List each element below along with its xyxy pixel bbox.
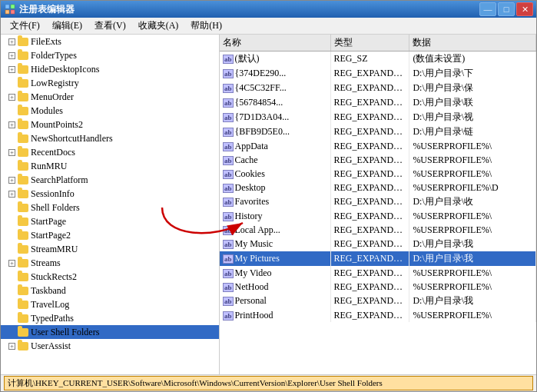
folder-icon-18 xyxy=(17,285,29,296)
folder-icon-2 xyxy=(17,64,29,75)
folder-icon-4 xyxy=(17,91,29,102)
tree-item-10[interactable]: +SearchPlatform xyxy=(1,173,219,187)
cell-data-15: %USERPROFILE%\ xyxy=(409,266,536,280)
expand-icon-16[interactable]: + xyxy=(8,260,15,267)
close-button[interactable]: ✕ xyxy=(516,2,533,16)
cell-data-9: %USERPROFILE%\D xyxy=(409,181,536,194)
cell-data-8: %USERPROFILE%\ xyxy=(409,167,536,181)
menu-item-v[interactable]: 查看(V) xyxy=(88,18,132,34)
tree-item-19[interactable]: TravelLog xyxy=(1,297,219,311)
maximize-button[interactable]: □ xyxy=(498,2,515,16)
menu-item-f[interactable]: 文件(F) xyxy=(4,18,46,34)
expand-icon-1[interactable]: + xyxy=(8,52,15,59)
table-row-0[interactable]: ab(默认)REG_SZ(数值未设置) xyxy=(220,51,536,67)
table-row-4[interactable]: ab{7D1D3A04...REG_EXPAND_SZD:\用户目录\视 xyxy=(220,110,536,125)
table-row-8[interactable]: abCookiesREG_EXPAND_SZ%USERPROFILE%\ xyxy=(220,167,536,181)
cell-type-7: REG_EXPAND_SZ xyxy=(330,153,409,167)
tree-label-21: User Shell Folders xyxy=(31,327,99,338)
cell-type-15: REG_EXPAND_SZ xyxy=(330,266,409,280)
cell-name-8: abCookies xyxy=(220,167,330,181)
tree-item-9[interactable]: RunMRU xyxy=(1,159,219,173)
folder-icon-7 xyxy=(17,133,29,144)
tree-item-12[interactable]: Shell Folders xyxy=(1,201,219,214)
tree-label-22: UserAssist xyxy=(31,341,71,352)
tree-item-17[interactable]: StuckRects2 xyxy=(1,270,219,284)
tree-item-0[interactable]: +FileExts xyxy=(1,35,219,48)
expand-icon-22[interactable]: + xyxy=(8,343,15,350)
col-header-data[interactable]: 数据 xyxy=(409,35,536,51)
cell-data-14: D:\用户目录\我 xyxy=(409,251,536,266)
registry-values-scroll[interactable]: 名称 类型 数据 ab(默认)REG_SZ(数值未设置)ab{374DE290.… xyxy=(220,35,536,374)
tree-item-3[interactable]: LowRegistry xyxy=(1,76,219,90)
table-row-13[interactable]: abMy MusicREG_EXPAND_SZD:\用户目录\我 xyxy=(220,237,536,251)
tree-item-1[interactable]: +FolderTypes xyxy=(1,48,219,62)
cell-type-5: REG_EXPAND_SZ xyxy=(330,125,409,139)
table-row-10[interactable]: abFavoritesREG_EXPAND_SZD:\用户目录\收 xyxy=(220,194,536,209)
tree-item-21[interactable]: User Shell Folders xyxy=(1,325,219,339)
expand-icon-8[interactable]: + xyxy=(8,149,15,156)
tree-label-12: Shell Folders xyxy=(31,202,80,214)
cell-data-12: %USERPROFILE%\ xyxy=(409,223,536,237)
table-row-5[interactable]: ab{BFB9D5E0...REG_EXPAND_SZD:\用户目录\链 xyxy=(220,125,536,139)
tree-item-11[interactable]: +SessionInfo xyxy=(1,187,219,201)
expand-icon-0[interactable]: + xyxy=(8,38,15,45)
folder-icon-8 xyxy=(17,147,29,158)
tree-item-14[interactable]: StartPage2 xyxy=(1,228,219,242)
table-row-17[interactable]: abPersonalREG_EXPAND_SZD:\用户目录\我 xyxy=(220,294,536,308)
tree-label-5: Modules xyxy=(31,105,63,117)
tree-item-13[interactable]: StartPage xyxy=(1,214,219,228)
table-row-12[interactable]: abLocal App...REG_EXPAND_SZ%USERPROFILE%… xyxy=(220,223,536,237)
table-row-7[interactable]: abCacheREG_EXPAND_SZ%USERPROFILE%\ xyxy=(220,153,536,167)
tree-item-5[interactable]: Modules xyxy=(1,104,219,118)
expand-icon-6[interactable]: + xyxy=(8,121,15,128)
tree-item-15[interactable]: StreamMRU xyxy=(1,242,219,256)
table-row-3[interactable]: ab{56784854...REG_EXPAND_SZD:\用户目录\联 xyxy=(220,95,536,110)
svg-rect-2 xyxy=(5,10,9,14)
tree-item-18[interactable]: Taskband xyxy=(1,284,219,297)
expand-icon-4[interactable]: + xyxy=(8,94,15,101)
table-row-16[interactable]: abNetHoodREG_EXPAND_SZ%USERPROFILE%\ xyxy=(220,280,536,294)
tree-item-8[interactable]: +RecentDocs xyxy=(1,145,219,159)
menu-item-e[interactable]: 编辑(E) xyxy=(46,18,88,34)
col-header-name[interactable]: 名称 xyxy=(220,35,330,51)
tree-item-2[interactable]: +HideDesktopIcons xyxy=(1,62,219,76)
tree-label-15: StreamMRU xyxy=(31,244,78,255)
col-header-type[interactable]: 类型 xyxy=(330,35,409,51)
tree-item-4[interactable]: +MenuOrder xyxy=(1,90,219,104)
menu-item-h[interactable]: 帮助(H) xyxy=(184,18,228,34)
table-row-15[interactable]: abMy VideoREG_EXPAND_SZ%USERPROFILE%\ xyxy=(220,266,536,280)
tree-item-16[interactable]: +Streams xyxy=(1,256,219,270)
table-row-11[interactable]: abHistoryREG_EXPAND_SZ%USERPROFILE%\ xyxy=(220,209,536,223)
tree-label-1: FolderTypes xyxy=(31,50,77,61)
cell-type-2: REG_EXPAND_SZ xyxy=(330,81,409,95)
minimize-button[interactable]: — xyxy=(479,2,496,16)
registry-tree[interactable]: +FileExts+FolderTypes+HideDesktopIconsLo… xyxy=(1,35,219,374)
table-row-1[interactable]: ab{374DE290...REG_EXPAND_SZD:\用户目录\下 xyxy=(220,66,536,81)
folder-icon-22 xyxy=(17,341,29,351)
menu-item-a[interactable]: 收藏夹(A) xyxy=(132,18,185,34)
table-row-6[interactable]: abAppDataREG_EXPAND_SZ%USERPROFILE%\ xyxy=(220,139,536,153)
tree-item-22[interactable]: +UserAssist xyxy=(1,339,219,353)
main-window: 注册表编辑器 — □ ✕ 文件(F)编辑(E)查看(V)收藏夹(A)帮助(H) … xyxy=(0,0,537,392)
tree-label-0: FileExts xyxy=(31,36,61,48)
ab-icon-18: ab xyxy=(223,311,234,321)
tree-item-20[interactable]: TypedPaths xyxy=(1,311,219,325)
ab-icon-3: ab xyxy=(223,98,234,108)
expand-icon-10[interactable]: + xyxy=(8,177,15,184)
folder-icon-15 xyxy=(17,244,29,254)
registry-values-table: 名称 类型 数据 ab(默认)REG_SZ(数值未设置)ab{374DE290.… xyxy=(220,35,536,322)
table-row-2[interactable]: ab{4C5C32FF...REG_EXPAND_SZD:\用户目录\保 xyxy=(220,81,536,95)
ab-icon-15: ab xyxy=(223,269,234,278)
app-icon xyxy=(4,3,16,15)
tree-label-16: Streams xyxy=(31,257,61,269)
cell-name-11: abHistory xyxy=(220,209,330,223)
expand-icon-2[interactable]: + xyxy=(8,66,15,73)
tree-item-6[interactable]: +MountPoints2 xyxy=(1,118,219,131)
ab-icon-12: ab xyxy=(223,226,234,235)
table-row-14[interactable]: abMy PicturesREG_EXPAND_SZD:\用户目录\我 xyxy=(220,251,536,266)
table-row-18[interactable]: abPrintHoodREG_EXPAND_SZ%USERPROFILE%\ xyxy=(220,308,536,322)
cell-name-4: ab{7D1D3A04... xyxy=(220,110,330,125)
table-row-9[interactable]: abDesktopREG_EXPAND_SZ%USERPROFILE%\D xyxy=(220,181,536,194)
expand-icon-11[interactable]: + xyxy=(8,191,15,198)
tree-item-7[interactable]: NewShortcutHandlers xyxy=(1,131,219,145)
